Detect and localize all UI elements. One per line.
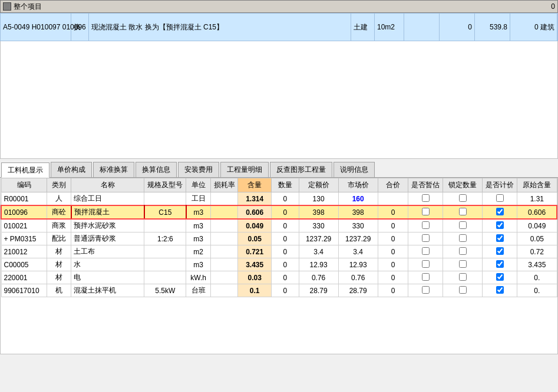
cell-spec [144,258,186,271]
cell-name: 预拌水泥砂浆 [71,219,144,232]
cell-market: 28.79 [338,284,378,297]
cell-lock[interactable] [443,271,483,284]
cell-lock[interactable] [443,284,483,297]
table-row: 990617010机混凝土抹平机5.5kW台班0.1028.7928.7900. [1,284,557,297]
cell-type: 商砼 [47,205,71,219]
cell-count: 0 [272,245,299,258]
cell-calc[interactable] [483,271,517,284]
cell-spec [144,271,186,284]
cell-total: 0 [378,271,408,284]
cell-spec [144,245,186,258]
tab-note[interactable]: 说明信息 [334,162,375,177]
th-spec: 规格及型号 [144,178,186,192]
cell-code: C00005 [1,258,47,271]
cell-price: 1237.29 [299,232,338,245]
tab-standard[interactable]: 标准换算 [93,162,134,177]
cell-calc[interactable] [483,219,517,232]
top-cell-v1: 0 [440,14,475,41]
cell-calc[interactable] [483,284,517,297]
th-market: 市场价 [338,178,378,192]
cell-name: 普通沥青砂浆 [71,232,144,245]
cell-temp[interactable] [408,271,443,284]
th-name: 名称 [71,178,144,192]
cell-price: 28.79 [299,284,338,297]
cell-qty: 1.314 [238,192,272,206]
cell-lock[interactable] [443,258,483,271]
cell-total [378,192,408,206]
cell-lock[interactable] [443,245,483,258]
cell-unit: m3 [186,258,210,271]
tab-convert[interactable]: 换算信息 [136,162,177,177]
cell-calc[interactable] [483,232,517,245]
table-row: 220001材电kW.h0.0300.760.7600. [1,271,557,284]
top-cell-empty [404,14,440,41]
cell-price: 0.76 [299,271,338,284]
cell-name: 水 [71,258,144,271]
cell-lock[interactable] [443,192,483,206]
cell-total: 0 [378,245,408,258]
cell-loss [210,232,237,245]
cell-type: 配比 [47,232,71,245]
main-empty-area [0,41,558,159]
top-cell-v3: 0 建筑 [510,14,557,41]
cell-total: 0 [378,284,408,297]
cell-market: 1237.29 [338,232,378,245]
cell-temp[interactable] [408,245,443,258]
cell-orig: 0. [517,271,557,284]
tab-check[interactable]: 反查图形工程量 [270,162,332,177]
cell-calc[interactable] [483,192,517,206]
top-cell-type: 换 [71,14,89,41]
tab-detail[interactable]: 工程量明细 [220,162,269,177]
cell-market: 330 [338,219,378,232]
cell-temp[interactable] [408,219,443,232]
cell-calc[interactable] [483,205,517,219]
cell-lock[interactable] [443,219,483,232]
cell-code: 990617010 [1,284,47,297]
cell-price: 130 [299,192,338,206]
cell-unit: m2 [186,245,210,258]
cell-temp[interactable] [408,284,443,297]
th-code: 编码 [1,178,47,192]
cell-calc[interactable] [483,258,517,271]
cell-temp[interactable] [408,258,443,271]
cell-temp[interactable] [408,232,443,245]
cell-count: 0 [272,284,299,297]
cell-calc[interactable] [483,245,517,258]
top-cell-code: A5-0049 H010097 010096 [1,14,71,41]
cell-qty: 0.606 [238,205,272,219]
cell-total: 0 [378,205,408,219]
cell-orig: 3.435 [517,258,557,271]
cell-spec: C15 [144,205,186,219]
cell-type: 材 [47,245,71,258]
title-bar-counter: 0 [551,2,555,11]
table-row: + PM0315配比普通沥青砂浆1:2:6m30.0501237.291237.… [1,232,557,245]
cell-type: 材 [47,258,71,271]
cell-lock[interactable] [443,232,483,245]
th-total: 合价 [378,178,408,192]
title-bar: 整个项目 0 [0,0,558,13]
cell-lock[interactable] [443,205,483,219]
cell-orig: 1.31 [517,192,557,206]
cell-spec: 5.5kW [144,284,186,297]
top-cell-cat: 土建 [351,14,375,41]
tab-material[interactable]: 工料机显示 [1,162,49,178]
table-row: C00005材水m33.435012.9312.9303.435 [1,258,557,271]
cell-market: 12.93 [338,258,378,271]
th-lock: 锁定数量 [443,178,483,192]
cell-temp[interactable] [408,205,443,219]
cell-unit: m3 [186,205,210,219]
cell-total: 0 [378,219,408,232]
cell-price: 398 [299,205,338,219]
cell-price: 330 [299,219,338,232]
tab-install[interactable]: 安装费用 [178,162,219,177]
title-bar-left: 整个项目 [3,2,42,12]
cell-total: 0 [378,258,408,271]
cell-count: 0 [272,271,299,284]
table-row: 210012材土工布m20.72103.43.400.72 [1,245,557,258]
cell-market: 3.4 [338,245,378,258]
cell-temp[interactable] [408,192,443,206]
tab-bar: 工料机显示 单价构成 标准换算 换算信息 安装费用 工程量明细 反查图形工程量 … [0,159,558,178]
cell-loss [210,271,237,284]
cell-orig: 0.05 [517,232,557,245]
tab-unit[interactable]: 单价构成 [51,162,92,177]
